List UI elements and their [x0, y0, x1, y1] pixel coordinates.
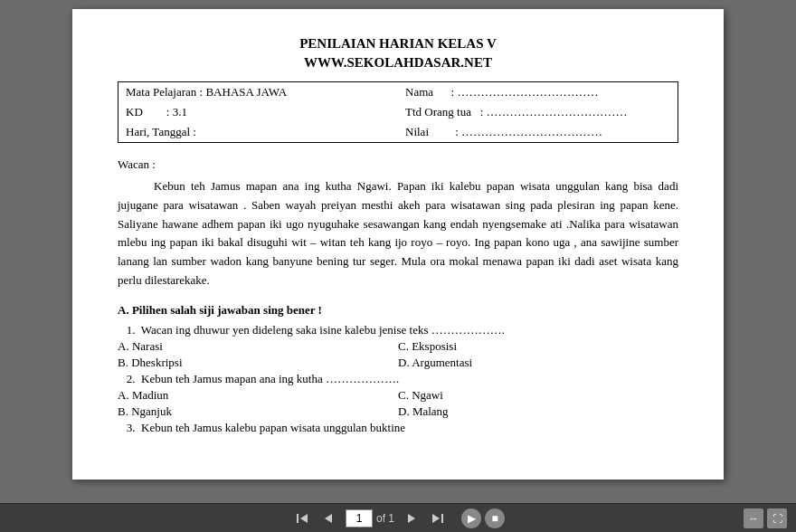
q1-answer-d: D. Argumentasi — [398, 356, 678, 370]
section-a-title: A. Pilihen salah siji jawaban sing bener… — [118, 303, 678, 318]
q1-answer-c: C. Eksposisi — [398, 339, 678, 354]
kd-cell: KD : 3.1 — [118, 102, 399, 122]
last-page-button[interactable] — [425, 506, 450, 531]
question-1-text: Wacan ing dhuwur yen dideleng saka isine… — [141, 323, 505, 337]
question-1: 1. Wacan ing dhuwur yen dideleng saka is… — [118, 323, 678, 337]
toolbar: of 1 ▶ ■ ↔ ⛶ — [0, 503, 796, 532]
nilai-cell: Nilai : ……………………………… — [398, 122, 678, 143]
document-page: PENILAIAN HARIAN KELAS V WWW.SEKOLAHDASA… — [72, 9, 724, 480]
svg-marker-3 — [408, 514, 415, 523]
nilai-dots: : ……………………………… — [455, 125, 602, 138]
q2-answer-b: B. Nganjuk — [118, 404, 398, 419]
first-page-button[interactable] — [289, 506, 315, 531]
wacan-label: Wacan : — [118, 157, 678, 172]
question-list: 1. Wacan ing dhuwur yen dideleng saka is… — [118, 323, 678, 435]
svg-marker-1 — [300, 514, 308, 523]
q2-answer-a: A. Madiun — [118, 388, 398, 403]
next-page-button[interactable] — [400, 506, 425, 531]
document-container: PENILAIAN HARIAN KELAS V WWW.SEKOLAHDASA… — [0, 0, 796, 503]
page-number-input[interactable] — [346, 509, 373, 527]
next-page-icon — [406, 512, 419, 525]
question-2: 2. Kebun teh Jamus mapan ana ing kutha …… — [118, 372, 678, 386]
q1-answer-b: B. Dheskripsi — [118, 356, 398, 370]
q1-answer-a: A. Narasi — [118, 339, 398, 354]
nama-label: Nama — [405, 85, 433, 99]
question-3-text: Kebun teh Jamus kalebu papan wisata ungg… — [141, 421, 405, 434]
ttd-cell: Ttd Orang tua : ……………………………… — [398, 102, 678, 122]
page-total: of 1 — [376, 512, 394, 525]
question-2-text: Kebun teh Jamus mapan ana ing kutha …………… — [141, 372, 399, 385]
fullscreen-button[interactable]: ⛶ — [767, 508, 787, 528]
nama-cell: Nama : ……………………………… — [398, 82, 678, 103]
document-title-line1: PENILAIAN HARIAN KELAS V — [118, 36, 678, 52]
page-info: of 1 — [346, 509, 394, 527]
svg-marker-4 — [441, 514, 443, 523]
toolbar-right: ↔ ⛶ — [744, 508, 787, 528]
info-table: Mata Pelajaran : BAHASA JAWA Nama : …………… — [118, 81, 678, 143]
fit-width-button[interactable]: ↔ — [744, 508, 763, 528]
svg-marker-0 — [297, 514, 298, 523]
play-button[interactable]: ▶ — [461, 508, 481, 528]
nama-dots: : ……………………………… — [451, 85, 599, 99]
wacan-paragraph: Kebun teh Jamus mapan ana ing kutha Ngaw… — [118, 177, 678, 290]
question-1-answers: A. Narasi C. Eksposisi B. Dheskripsi D. … — [118, 339, 678, 370]
nilai-label: Nilai — [405, 125, 429, 138]
mata-pelajaran-cell: Mata Pelajaran : BAHASA JAWA — [118, 82, 399, 103]
question-3: 3. Kebun teh Jamus kalebu papan wisata u… — [118, 421, 678, 435]
svg-marker-5 — [432, 514, 440, 523]
ttd-label: Ttd Orang tua — [405, 105, 471, 119]
document-title-line2: WWW.SEKOLAHDASAR.NET — [118, 55, 678, 71]
svg-marker-2 — [325, 514, 332, 523]
toolbar-wrapper: of 1 ▶ ■ ↔ ⛶ — [0, 504, 796, 532]
prev-page-icon — [321, 512, 334, 525]
prev-page-button[interactable] — [315, 506, 340, 531]
last-page-icon — [431, 512, 444, 525]
first-page-icon — [296, 512, 308, 525]
question-2-answers: A. Madiun C. Ngawi B. Nganjuk D. Malang — [118, 388, 678, 419]
q2-answer-c: C. Ngawi — [398, 388, 678, 403]
q2-answer-d: D. Malang — [398, 404, 678, 419]
stop-button[interactable]: ■ — [485, 508, 505, 528]
ttd-dots: : ……………………………… — [480, 105, 628, 119]
hari-cell: Hari, Tanggal : — [118, 122, 399, 143]
kd-value: : 3.1 — [166, 105, 187, 119]
kd-label: KD — [126, 105, 143, 119]
